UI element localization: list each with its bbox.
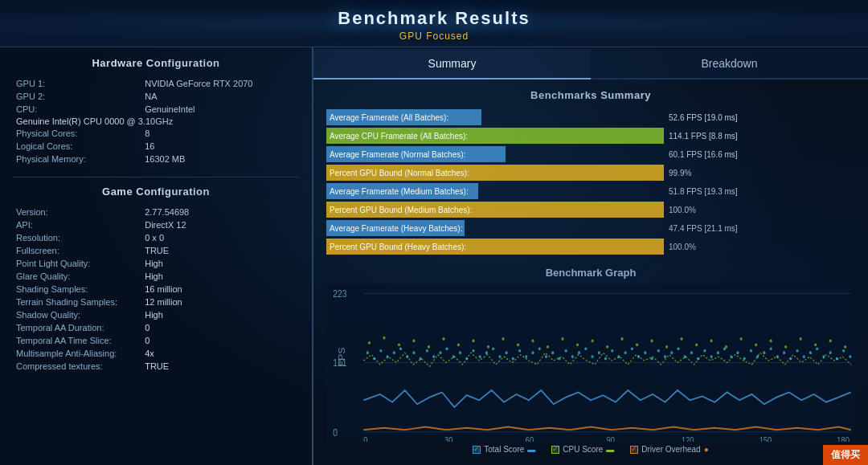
svg-point-104: [576, 343, 579, 346]
svg-point-69: [717, 351, 719, 354]
svg-text:FPS: FPS: [338, 347, 346, 366]
svg-point-91: [383, 337, 385, 340]
svg-point-58: [644, 351, 646, 354]
svg-point-17: [373, 357, 375, 361]
svg-point-60: [657, 349, 660, 353]
svg-point-100: [517, 343, 519, 346]
bench-label: Percent GPU Bound (Normal Batches):: [330, 169, 469, 177]
svg-point-42: [538, 347, 541, 350]
watermark-text: 得买: [841, 449, 860, 460]
svg-point-113: [710, 340, 713, 343]
bench-bar-container: Average CPU Framerate (All Batches):: [326, 128, 664, 144]
svg-point-39: [518, 349, 521, 353]
svg-point-117: [770, 340, 772, 343]
svg-text:60: 60: [526, 436, 534, 442]
svg-point-44: [551, 351, 554, 354]
svg-point-109: [651, 340, 653, 343]
svg-text:90: 90: [607, 436, 616, 442]
svg-point-19: [387, 355, 389, 358]
svg-point-94: [428, 345, 430, 349]
svg-point-107: [621, 337, 624, 341]
svg-point-37: [506, 351, 508, 354]
svg-point-95: [442, 337, 444, 341]
bench-bar-container: Average Framerate (Normal Batches):: [326, 146, 664, 162]
svg-point-75: [756, 355, 759, 358]
tab-breakdown[interactable]: Breakdown: [591, 49, 868, 80]
svg-point-26: [432, 355, 435, 358]
svg-point-64: [684, 355, 686, 358]
svg-point-106: [606, 345, 608, 349]
svg-point-62: [670, 351, 673, 354]
svg-point-52: [604, 357, 607, 361]
tab-summary[interactable]: Summary: [313, 49, 591, 80]
svg-point-108: [636, 343, 638, 346]
svg-point-65: [690, 351, 693, 354]
bench-label: Average Framerate (All Batches):: [330, 113, 448, 122]
svg-point-43: [545, 355, 547, 358]
svg-point-63: [677, 347, 679, 350]
svg-point-77: [770, 347, 772, 350]
svg-point-86: [829, 351, 832, 354]
svg-point-24: [420, 357, 422, 361]
svg-point-81: [796, 349, 798, 353]
svg-point-54: [617, 355, 620, 358]
bench-label: Percent GPU Bound (Heavy Batches):: [330, 243, 466, 251]
svg-point-87: [836, 357, 838, 361]
svg-point-101: [531, 340, 534, 343]
svg-point-36: [498, 355, 501, 358]
legend-cpu-checkbox: [551, 446, 559, 454]
svg-point-46: [565, 349, 567, 353]
svg-point-110: [665, 345, 668, 349]
svg-point-53: [611, 349, 613, 353]
page-subtitle: GPU Focused: [0, 31, 868, 42]
svg-point-55: [624, 351, 627, 354]
svg-point-67: [703, 349, 706, 353]
svg-point-93: [412, 340, 415, 343]
svg-point-61: [664, 355, 666, 358]
bench-bar-container: Percent GPU Bound (Normal Batches):: [326, 165, 664, 181]
bench-label: Percent GPU Bound (Medium Batches):: [330, 206, 472, 214]
svg-point-90: [368, 341, 371, 345]
svg-point-79: [783, 351, 785, 354]
svg-point-45: [558, 357, 560, 361]
svg-point-74: [750, 349, 752, 353]
bench-label: Average Framerate (Medium Batches):: [330, 187, 469, 196]
graph-section: Benchmark Graph 223 111 0 FPS: [326, 267, 855, 455]
svg-point-112: [695, 343, 698, 346]
svg-point-32: [472, 349, 474, 353]
watermark-prefix: 值: [831, 449, 841, 460]
svg-point-73: [743, 357, 746, 361]
svg-point-33: [479, 355, 481, 358]
svg-point-49: [584, 347, 587, 350]
svg-point-71: [730, 355, 732, 358]
svg-point-27: [439, 351, 441, 354]
svg-point-50: [592, 355, 594, 358]
bench-bar-container: Percent GPU Bound (Heavy Batches):: [326, 239, 664, 255]
svg-point-57: [637, 355, 640, 358]
svg-point-34: [485, 351, 488, 354]
watermark: 值得买: [823, 445, 868, 465]
svg-point-116: [755, 343, 757, 346]
svg-point-80: [789, 357, 792, 361]
svg-text:223: 223: [333, 288, 346, 299]
svg-text:0: 0: [333, 427, 338, 438]
svg-point-31: [465, 357, 468, 361]
svg-point-20: [393, 351, 395, 354]
svg-text:30: 30: [444, 436, 453, 442]
svg-point-102: [547, 345, 549, 349]
svg-point-97: [472, 340, 474, 343]
svg-point-84: [816, 347, 818, 350]
bench-bar-container: Average Framerate (Heavy Batches):: [326, 220, 664, 236]
svg-point-16: [366, 351, 369, 354]
svg-point-121: [829, 340, 832, 343]
legend-driver-checkbox: [630, 446, 638, 454]
svg-point-48: [578, 351, 580, 354]
graph-area: 223 111 0 FPS 0 30 60: [326, 283, 855, 442]
svg-point-76: [763, 351, 765, 354]
bench-label: Average Framerate (Normal Batches):: [330, 150, 465, 159]
svg-text:120: 120: [682, 436, 694, 442]
legend-total-checkbox: [473, 446, 481, 454]
svg-point-78: [776, 355, 779, 358]
svg-point-111: [681, 337, 683, 341]
svg-point-105: [592, 340, 594, 343]
